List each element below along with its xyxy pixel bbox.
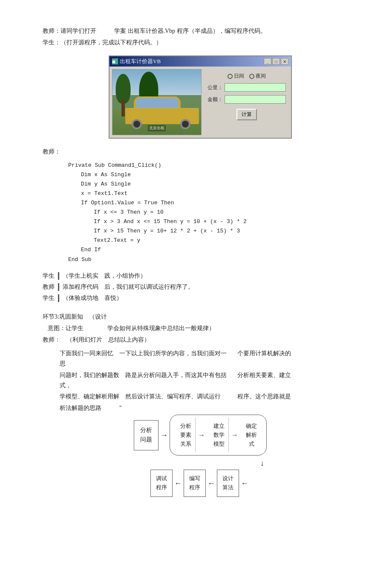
body-right-4 bbox=[237, 403, 358, 413]
body-left-3: 学模型、确定解析用解 然后设计算法、编写程序、调试运行 bbox=[60, 392, 229, 402]
body-row-4: 析法解题的思路 " bbox=[60, 403, 358, 413]
minimize-button[interactable]: _ bbox=[264, 58, 271, 65]
window-title: 出租车计价器VB bbox=[120, 58, 161, 65]
diagram-box-confirm: 确定解析式 bbox=[241, 418, 262, 453]
arrow-left-2: ← bbox=[206, 479, 217, 488]
arrow-down: ↓ bbox=[260, 459, 264, 468]
body-left-4: 析法解题的思路 " bbox=[60, 403, 229, 413]
arrow-2: → bbox=[197, 431, 206, 439]
radio-night[interactable]: 夜间 bbox=[249, 73, 266, 80]
car-window bbox=[136, 98, 179, 108]
radio-day-circle[interactable] bbox=[228, 74, 233, 79]
student-speaker-3: 学生 bbox=[43, 294, 58, 304]
car-label: 北京出租 bbox=[148, 125, 166, 131]
app-window: ■ 出租车计价器VB _ □ ✕ bbox=[109, 55, 292, 139]
km-input[interactable] bbox=[225, 83, 286, 92]
code-line-7: If x > 3 And x <= 15 Then y = 10 + (x - … bbox=[94, 217, 358, 226]
close-button[interactable]: ✕ bbox=[281, 58, 288, 65]
student-line-3: 学生 （体验成功地 喜悦） bbox=[43, 294, 358, 304]
arrow-down-area: ↓ bbox=[124, 459, 268, 468]
titlebar: ■ 出租车计价器VB _ □ ✕ bbox=[110, 56, 291, 67]
teacher-bordered-2: 添加程序代码 后，我们就可以调试运行程序了。 bbox=[58, 283, 194, 291]
body-row-2: 问题时，我们的解题数 路是从分析问题入手，而这其中有包括 式， 分析相关要素、建… bbox=[60, 370, 358, 391]
code-line-6: If x <= 3 Then y = 10 bbox=[94, 208, 358, 217]
diagram-box-design: 设计算法 bbox=[217, 470, 239, 497]
teacher-label: 教师： bbox=[43, 148, 61, 155]
radio-day-label: 日间 bbox=[234, 73, 244, 80]
arrow-left-1: ← bbox=[173, 479, 184, 488]
student-intro-line1: 学生：（打开源程序，完成以下程序代码。） bbox=[43, 37, 358, 48]
section3-title: 环节3:巩固新知 （设计 bbox=[43, 311, 358, 322]
section3: 环节3:巩固新知 （设计 意图：让学生 学会如何从特殊现象中总结出一般规律） 教… bbox=[43, 311, 358, 497]
body-row-3: 学模型、确定解析用解 然后设计算法、编写程序、调试运行 程序。这个思路就是 bbox=[60, 392, 358, 402]
student-speaker-1: 学生 bbox=[43, 272, 58, 282]
window-controls[interactable]: _ □ ✕ bbox=[264, 58, 288, 65]
body-left-2: 问题时，我们的解题数 路是从分析问题入手，而这其中有包括 式， bbox=[60, 370, 229, 391]
diagram-box-debug: 调试程序 bbox=[150, 470, 173, 497]
teacher-speaker-2: 教师 bbox=[43, 283, 58, 293]
student-bordered-3: （体验成功地 喜悦） bbox=[58, 294, 122, 302]
total-row: 金额： bbox=[208, 95, 286, 104]
car-scene: 北京出租 bbox=[112, 70, 201, 135]
radio-night-label: 夜间 bbox=[256, 73, 266, 80]
code-line-11: End Sub bbox=[68, 255, 358, 264]
code-line-5: If Option1.Value = True Then bbox=[81, 198, 358, 208]
student-line-1: 学生 （学生上机实 践，小组协作） bbox=[43, 272, 358, 282]
student-bordered-1: （学生上机实 践，小组协作） bbox=[58, 272, 146, 280]
bracket-group: 分析要素关系 → 建立数学模型 → 确定解析式 bbox=[170, 415, 267, 456]
code-line-1: Private Sub Command1_Click() bbox=[68, 161, 358, 170]
radio-day[interactable]: 日间 bbox=[228, 73, 244, 80]
total-label: 金额： bbox=[208, 96, 223, 103]
radio-night-circle[interactable] bbox=[249, 74, 254, 79]
body-text-container: 下面我们一同来回忆 一下以上我们所学的内容，当我们面对一 思 个要用计算机解决的… bbox=[60, 348, 358, 413]
body-right-2: 分析相关要素、建立 bbox=[237, 370, 358, 391]
tree-trunk-left bbox=[121, 99, 125, 116]
total-input[interactable] bbox=[225, 95, 286, 104]
code-section: 教师： Private Sub Command1_Click() Dim x A… bbox=[43, 146, 358, 264]
car-photo: 北京出租 bbox=[112, 69, 202, 135]
calc-button[interactable]: 计算 bbox=[236, 109, 257, 120]
section3-intent: 意图：让学生 学会如何从特殊现象中总结出一般规律） bbox=[48, 323, 358, 334]
titlebar-left: ■ 出租车计价器VB bbox=[112, 58, 161, 65]
code-line-10: End If bbox=[81, 245, 358, 255]
diagram-box-write: 编写程序 bbox=[184, 470, 206, 497]
body-left-1: 下面我们一同来回忆 一下以上我们所学的内容，当我们面对一 思 bbox=[60, 348, 229, 369]
window-frame: ■ 出租车计价器VB _ □ ✕ bbox=[109, 55, 292, 139]
diagram-bottom-row: 调试程序 ← 编写程序 ← 设计算法 ← bbox=[124, 470, 277, 497]
section3-teacher: 教师： （利用幻灯片 总结以上内容） bbox=[43, 334, 358, 345]
car-body bbox=[125, 96, 199, 124]
teacher-code-label: 教师： bbox=[43, 146, 358, 157]
code-block: Private Sub Command1_Click() Dim x As Si… bbox=[68, 161, 358, 264]
diagram-top-row: 分析问题 → 分析要素关系 → 建立数学模型 → 确定解析式 bbox=[124, 415, 277, 456]
body-right-3: 程序。这个思路就是 bbox=[237, 392, 358, 402]
teacher-line-2: 教师 添加程序代码 后，我们就可以调试运行程序了。 bbox=[43, 283, 358, 293]
km-label: 公里： bbox=[208, 84, 223, 91]
code-line-2: Dim x As Single bbox=[81, 170, 358, 180]
dialogue-section: 学生 （学生上机实 践，小组协作） 教师 添加程序代码 后，我们就可以调试运行程… bbox=[43, 272, 358, 304]
teacher-intro-line1: 教师：请同学们打开 学案 出租车计价器.Vbp 程序（半成品），编写程序代码。 bbox=[43, 26, 358, 36]
radio-row: 日间 夜间 bbox=[208, 73, 286, 80]
km-row: 公里： bbox=[208, 83, 286, 92]
code-line-9: Text2.Text = y bbox=[94, 236, 358, 245]
arrow-3: → bbox=[231, 431, 239, 439]
code-line-4: x = Text1.Text bbox=[81, 189, 358, 198]
flow-diagram: 分析问题 → 分析要素关系 → 建立数学模型 → 确定解析式 ↓ bbox=[124, 415, 277, 497]
controls-panel: 日间 夜间 公里： 金额： 计算 bbox=[205, 69, 288, 135]
code-line-8: If x > 15 Then y = 10+ 12 * 2 + (x - 15)… bbox=[94, 226, 358, 236]
app-icon: ■ bbox=[112, 58, 118, 64]
maximize-button[interactable]: □ bbox=[272, 58, 280, 65]
arrow-1: → bbox=[159, 431, 170, 440]
arrow-left-3: ← bbox=[239, 479, 250, 488]
diagram-box-elements: 分析要素关系 bbox=[174, 418, 196, 453]
body-row-1: 下面我们一同来回忆 一下以上我们所学的内容，当我们面对一 思 个要用计算机解决的 bbox=[60, 348, 358, 369]
diagram-box-model: 建立数学模型 bbox=[208, 418, 229, 453]
window-body: 北京出租 日间 夜间 公里： bbox=[110, 67, 291, 138]
body-right-1: 个要用计算机解决的 bbox=[237, 348, 358, 369]
diagram-box-analysis: 分析问题 bbox=[134, 420, 159, 450]
code-line-3: Dim y As Single bbox=[81, 180, 358, 189]
